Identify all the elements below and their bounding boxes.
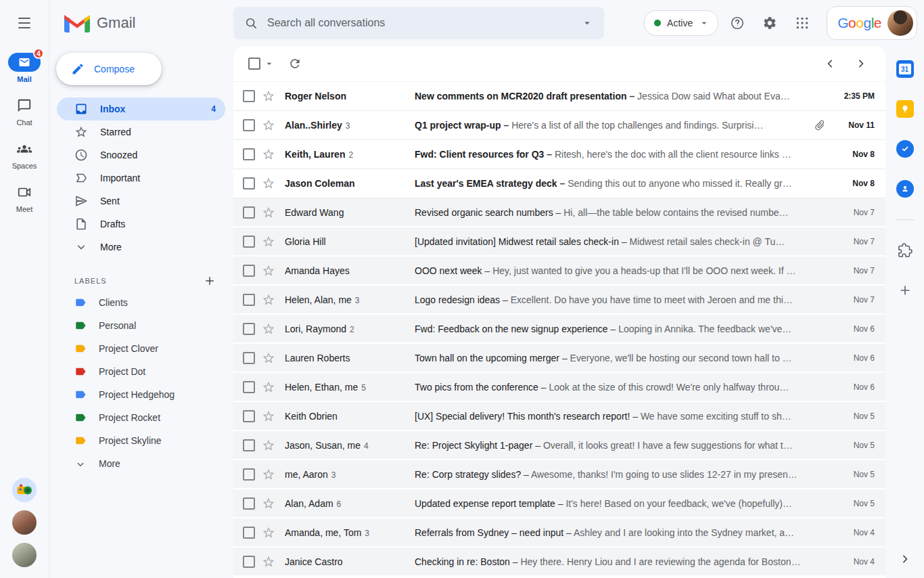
- row-checkbox[interactable]: [243, 323, 255, 335]
- star-button[interactable]: [262, 148, 275, 161]
- star-button[interactable]: [262, 409, 275, 423]
- mail-icon: [18, 56, 30, 68]
- sidebar-label-project-hedgehog[interactable]: Project Hedgehog: [57, 383, 225, 406]
- add-panel-app-button[interactable]: [894, 280, 916, 301]
- select-caret-icon[interactable]: [264, 58, 275, 69]
- row-checkbox[interactable]: [243, 497, 255, 510]
- tasks-button[interactable]: [894, 138, 916, 160]
- apps-grid-button[interactable]: [789, 9, 816, 37]
- row-checkbox[interactable]: [243, 206, 255, 219]
- refresh-button[interactable]: [288, 57, 302, 70]
- email-row[interactable]: Amanda, me, Tom3Referrals from Sydney – …: [233, 518, 885, 548]
- email-row[interactable]: Keith, Lauren2Fwd: Client resources for …: [233, 140, 885, 169]
- account-avatar[interactable]: [887, 10, 913, 36]
- settings-button[interactable]: [756, 9, 783, 37]
- select-all-checkbox[interactable]: [248, 58, 260, 70]
- rail-item-meet[interactable]: Meet: [8, 183, 41, 219]
- email-row[interactable]: Alan, Adam6Updated expense report templa…: [233, 489, 885, 518]
- star-button[interactable]: [262, 235, 275, 248]
- search-options-caret-icon[interactable]: [581, 17, 593, 29]
- search-input[interactable]: [266, 16, 573, 30]
- sidebar-item-more[interactable]: More: [57, 236, 225, 259]
- row-checkbox[interactable]: [243, 527, 255, 539]
- search-bar[interactable]: [233, 7, 604, 39]
- rail-item-chat[interactable]: Chat: [8, 96, 41, 133]
- row-checkbox[interactable]: [243, 148, 255, 160]
- sidebar-label-project-skyline[interactable]: Project Skyline: [57, 429, 225, 452]
- google-account-chip[interactable]: Google: [827, 6, 917, 40]
- email-row[interactable]: Helen, Alan, me3Logo redesign ideas – Ex…: [233, 286, 885, 315]
- help-button[interactable]: [724, 9, 751, 37]
- email-row[interactable]: Lori, Raymond2Fwd: Feedback on the new s…: [233, 315, 885, 344]
- sidebar-item-inbox[interactable]: Inbox4: [57, 97, 225, 120]
- sidebar-label-personal[interactable]: Personal: [57, 314, 225, 337]
- email-row[interactable]: Amanda HayesOOO next week – Hey, just wa…: [233, 257, 885, 286]
- newer-page-button[interactable]: [823, 57, 837, 70]
- row-checkbox[interactable]: [243, 119, 255, 131]
- sidebar-item-snoozed[interactable]: Snoozed: [57, 143, 225, 166]
- email-row[interactable]: Edward WangRevised organic search number…: [233, 198, 885, 227]
- row-checkbox[interactable]: [243, 556, 255, 568]
- email-row[interactable]: Helen, Ethan, me5Two pics from the confe…: [233, 373, 885, 402]
- row-checkbox[interactable]: [243, 236, 255, 248]
- chat-avatar-camera[interactable]: [12, 478, 37, 502]
- star-button[interactable]: [262, 264, 275, 277]
- hide-side-panel-button[interactable]: [898, 552, 912, 566]
- rail-items: 4MailChatSpacesMeet: [8, 46, 41, 222]
- sidebar-label-project-clover[interactable]: Project Clover: [57, 337, 225, 360]
- row-checkbox[interactable]: [243, 468, 255, 481]
- row-checkbox[interactable]: [243, 177, 255, 190]
- star-button[interactable]: [262, 206, 275, 219]
- row-checkbox[interactable]: [243, 381, 255, 393]
- star-button[interactable]: [262, 555, 275, 569]
- chat-avatar-man[interactable]: [12, 543, 37, 567]
- email-row[interactable]: Alan..Shirley3Q1 project wrap-up – Here'…: [233, 111, 885, 140]
- contacts-button[interactable]: [894, 178, 916, 200]
- star-button[interactable]: [262, 526, 275, 539]
- get-addons-button[interactable]: [894, 240, 916, 261]
- email-row[interactable]: Gloria Hill[Updated invitation] Midwest …: [233, 227, 885, 257]
- row-checkbox[interactable]: [243, 294, 255, 306]
- rail-item-mail[interactable]: 4Mail: [8, 53, 41, 89]
- calendar-button[interactable]: 31: [894, 58, 916, 80]
- sidebar-label-project-dot[interactable]: Project Dot: [57, 360, 225, 383]
- star-button[interactable]: [262, 177, 275, 190]
- sidebar-label-clients[interactable]: Clients: [57, 291, 225, 314]
- email-subject: Town hall on the upcoming merger: [415, 353, 559, 363]
- rail-item-spaces[interactable]: Spaces: [8, 139, 41, 176]
- email-row[interactable]: Jason ColemanLast year's EMEA strategy d…: [233, 169, 885, 198]
- sidebar-item-sent[interactable]: Sent: [57, 190, 225, 213]
- create-label-button[interactable]: [204, 275, 216, 287]
- row-checkbox[interactable]: [243, 90, 255, 102]
- star-button[interactable]: [262, 351, 275, 365]
- sidebar-item-starred[interactable]: Starred: [57, 120, 225, 143]
- email-row[interactable]: Janice CastroChecking in re: Boston – He…: [233, 548, 885, 577]
- row-checkbox[interactable]: [243, 439, 255, 451]
- compose-button[interactable]: Compose: [56, 53, 162, 85]
- main-menu-button[interactable]: [0, 0, 49, 46]
- sidebar-label-project-rocket[interactable]: Project Rocket: [57, 406, 225, 429]
- star-button[interactable]: [262, 118, 275, 132]
- sidebar-item-important[interactable]: Important: [57, 166, 225, 190]
- star-button[interactable]: [262, 380, 275, 394]
- status-selector[interactable]: Active: [644, 10, 718, 36]
- email-row[interactable]: Lauren RobertsTown hall on the upcoming …: [233, 344, 885, 373]
- keep-button[interactable]: [894, 98, 916, 120]
- email-row[interactable]: me, Aaron3Re: Corp strategy slides? – Aw…: [233, 460, 885, 489]
- sidebar-labels-more[interactable]: More: [57, 452, 225, 475]
- email-row[interactable]: Jason, Susan, me4Re: Project Skylight 1-…: [233, 431, 885, 460]
- row-checkbox[interactable]: [243, 352, 255, 364]
- chat-avatar-woman[interactable]: [12, 510, 37, 535]
- star-button[interactable]: [262, 89, 275, 103]
- row-checkbox[interactable]: [243, 410, 255, 422]
- email-row[interactable]: Keith Obrien[UX] Special delivery! This …: [233, 402, 885, 431]
- star-button[interactable]: [262, 439, 275, 452]
- sidebar-item-drafts[interactable]: Drafts: [57, 213, 225, 236]
- star-button[interactable]: [262, 322, 275, 336]
- star-button[interactable]: [262, 497, 275, 510]
- star-button[interactable]: [262, 468, 275, 481]
- email-row[interactable]: Roger NelsonNew comments on MCR2020 draf…: [233, 82, 885, 111]
- star-button[interactable]: [262, 293, 275, 307]
- row-checkbox[interactable]: [243, 265, 255, 277]
- older-page-button[interactable]: [854, 57, 868, 70]
